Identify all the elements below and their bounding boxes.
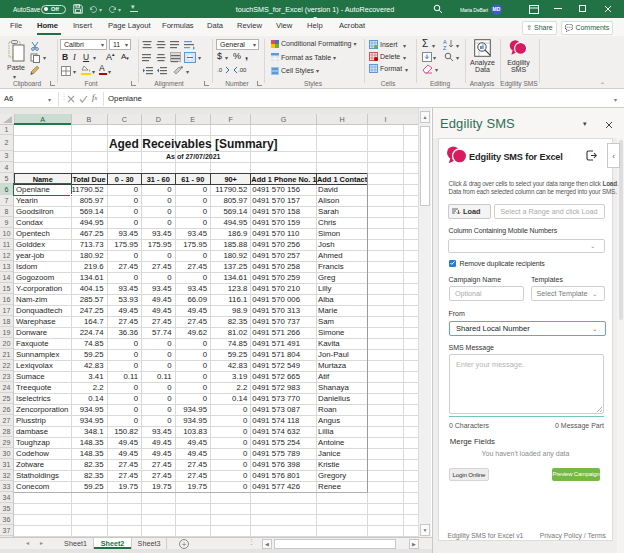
svg-text:.00: .00 — [238, 67, 247, 73]
svg-text:Z: Z — [443, 45, 447, 50]
svg-text:.0: .0 — [217, 67, 223, 73]
